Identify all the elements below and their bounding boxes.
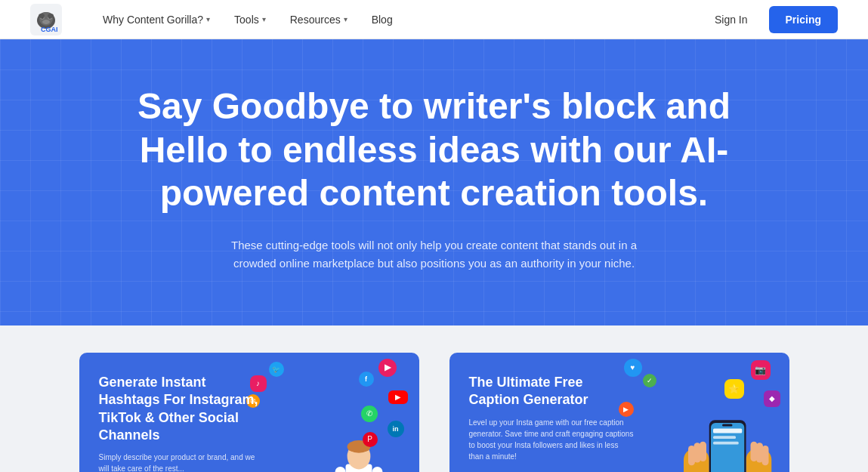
card-caption-desc: Level up your Insta game with our free c…	[469, 417, 635, 462]
diamond-icon: ◆	[764, 390, 780, 407]
star-icon: ⭐	[724, 379, 744, 399]
svg-rect-32	[761, 446, 768, 465]
svg-rect-24	[713, 436, 736, 439]
chevron-down-icon: ▾	[206, 15, 210, 23]
navbar: CGAI Why Content Gorilla? ▾ Tools ▾ Reso…	[0, 0, 868, 39]
nav-why-content-gorilla[interactable]: Why Content Gorilla? ▾	[92, 8, 221, 32]
signin-button[interactable]: Sign In	[706, 8, 757, 32]
card-caption: The Ultimate Free Caption Generator Leve…	[449, 353, 789, 472]
svg-rect-29	[700, 441, 706, 461]
logo[interactable]: CGAI	[30, 4, 62, 35]
nav-tools[interactable]: Tools ▾	[224, 8, 276, 32]
hero-title: Say Goodbye to writer's block and Hello …	[125, 85, 744, 215]
card-hashtag-desc: Simply describe your product or brand, a…	[99, 452, 264, 472]
svg-point-9	[48, 14, 54, 18]
chevron-down-icon: ▾	[262, 15, 266, 23]
hero-subtitle: These cutting-edge tools will not only h…	[215, 236, 653, 273]
card-hashtag-image: ▶ f ▶ ✆ ♪ 🐦 in P ✉	[242, 353, 419, 472]
hero-section: Say Goodbye to writer's block and Hello …	[0, 39, 868, 325]
logo-icon: CGAI	[30, 4, 62, 35]
card-caption-image: 📷 ⭐ ♥ ◆ ▶ ✓	[613, 353, 789, 472]
svg-rect-26	[722, 424, 733, 426]
svg-rect-25	[713, 441, 739, 444]
svg-rect-16	[372, 467, 382, 472]
card-hashtag-wrapper: Generate Instant Hashtags For Instagram,…	[79, 353, 419, 472]
nav-resources[interactable]: Resources ▾	[280, 8, 358, 32]
pinterest-icon: P	[363, 432, 378, 447]
nav-blog[interactable]: Blog	[361, 8, 403, 32]
whatsapp-icon: ✆	[361, 406, 378, 422]
card-hashtag: Generate Instant Hashtags For Instagram,…	[79, 353, 419, 472]
cards-section: Generate Instant Hashtags For Instagram,…	[0, 325, 868, 472]
svg-rect-23	[713, 428, 742, 433]
linkedin-icon: in	[388, 421, 404, 437]
svg-rect-15	[335, 467, 345, 472]
instagram-icon: ▶	[378, 359, 397, 377]
card-caption-title: The Ultimate Free Caption Generator	[469, 374, 635, 409]
navbar-actions: Sign In Pricing	[706, 6, 838, 33]
twitter-icon: 🐦	[269, 362, 284, 377]
card-hashtag-title: Generate Instant Hashtags For Instagram,…	[99, 374, 264, 445]
facebook-icon: f	[359, 372, 374, 387]
nav-menu: Why Content Gorilla? ▾ Tools ▾ Resources…	[92, 8, 706, 32]
svg-point-7	[42, 20, 50, 24]
svg-point-8	[39, 14, 45, 18]
card-caption-content: The Ultimate Free Caption Generator Leve…	[469, 374, 635, 472]
card-hashtag-content: Generate Instant Hashtags For Instagram,…	[99, 374, 264, 472]
card-caption-wrapper: The Ultimate Free Caption Generator Leve…	[449, 353, 789, 472]
svg-text:CGAI: CGAI	[41, 26, 58, 33]
youtube-icon: ▶	[388, 390, 408, 404]
pricing-button[interactable]: Pricing	[769, 6, 838, 33]
chevron-down-icon: ▾	[344, 15, 348, 23]
camera-icon: 📷	[751, 360, 771, 380]
check-icon: ✓	[643, 374, 656, 387]
